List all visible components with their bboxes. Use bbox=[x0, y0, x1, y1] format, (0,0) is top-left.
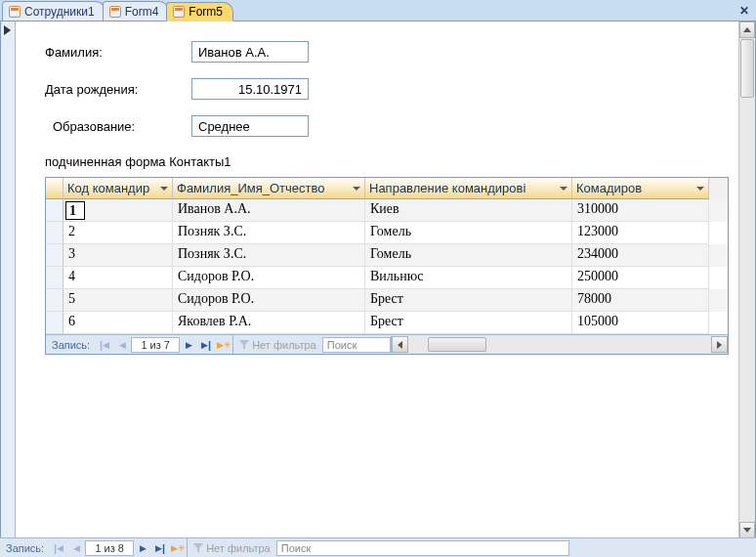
cell-destination[interactable]: Гомель bbox=[365, 222, 572, 244]
table-row[interactable]: 5Сидоров Р.О.Брест78000 bbox=[46, 289, 728, 312]
record-position[interactable]: 1 из 8 bbox=[85, 540, 134, 556]
nav-last-button[interactable]: ▶| bbox=[151, 539, 169, 557]
scroll-right-button[interactable] bbox=[711, 336, 728, 353]
dropdown-icon bbox=[560, 187, 567, 191]
cell-destination[interactable]: Брест bbox=[365, 312, 572, 334]
table-row[interactable]: 2Позняк З.С.Гомель123000 bbox=[46, 222, 728, 244]
form-icon bbox=[173, 6, 185, 18]
row-selector[interactable] bbox=[46, 312, 63, 334]
chevron-down-icon bbox=[743, 528, 751, 533]
scroll-thumb[interactable] bbox=[428, 337, 486, 352]
cell-destination[interactable]: Гомель bbox=[365, 244, 572, 267]
nav-prev-button[interactable]: ◀ bbox=[113, 336, 131, 354]
lastname-label: Фамилия: bbox=[45, 45, 191, 60]
chevron-right-icon bbox=[717, 341, 722, 349]
nav-next-button[interactable]: ▶ bbox=[180, 336, 197, 354]
cell-code[interactable]: 3 bbox=[63, 244, 173, 267]
nav-first-button[interactable]: |◀ bbox=[96, 336, 113, 354]
scroll-down-button[interactable] bbox=[739, 522, 755, 538]
cell-fio[interactable]: Сидоров Р.О. bbox=[173, 267, 365, 289]
active-cell[interactable]: 1 bbox=[65, 201, 85, 220]
cell-destination[interactable]: Брест bbox=[365, 289, 572, 312]
nav-new-button[interactable]: ▶✳ bbox=[215, 336, 232, 354]
cell-amount[interactable]: 234000 bbox=[572, 244, 709, 267]
row-selector[interactable] bbox=[46, 289, 63, 312]
tab-label: Сотрудники1 bbox=[24, 5, 95, 19]
field-lastname: Фамилия: Иванов А.А. bbox=[45, 41, 735, 63]
record-selector-bar[interactable] bbox=[1, 21, 16, 538]
funnel-icon bbox=[239, 340, 249, 350]
main-record-navigator: Запись: |◀ ◀ 1 из 8 ▶ ▶| ▶✳ Нет фильтра … bbox=[0, 537, 756, 557]
cell-code[interactable]: 5 bbox=[63, 289, 173, 312]
cell-destination[interactable]: Вильнюс bbox=[365, 267, 572, 289]
subform-record-navigator: Запись: |◀ ◀ 1 из 7 ▶ ▶| ▶✳ Нет фильтра … bbox=[46, 334, 728, 354]
row-selector[interactable] bbox=[46, 267, 63, 289]
table-row[interactable]: 3Позняк З.С.Гомель234000 bbox=[46, 244, 728, 267]
birthdate-input[interactable]: 15.10.1971 bbox=[191, 78, 309, 100]
cell-code[interactable]: 2 bbox=[63, 222, 173, 244]
row-selector[interactable] bbox=[46, 222, 63, 244]
cell-fio[interactable]: Сидоров Р.О. bbox=[173, 289, 365, 312]
education-label: Образование: bbox=[45, 119, 191, 134]
education-input[interactable]: Среднее bbox=[191, 115, 309, 137]
search-input[interactable]: Поиск bbox=[322, 337, 391, 353]
form-icon bbox=[109, 6, 121, 18]
row-selector[interactable] bbox=[46, 244, 63, 267]
nav-prev-button[interactable]: ◀ bbox=[67, 539, 85, 557]
horizontal-scrollbar[interactable] bbox=[391, 336, 728, 353]
chevron-up-icon bbox=[743, 27, 751, 32]
table-row[interactable]: 6Яковлев Р.А.Брест105000 bbox=[46, 312, 728, 334]
filter-status[interactable]: Нет фильтра bbox=[187, 538, 276, 557]
nav-new-button[interactable]: ▶✳ bbox=[169, 539, 187, 557]
cell-amount[interactable]: 78000 bbox=[572, 289, 709, 312]
cell-code[interactable]: 4 bbox=[63, 267, 173, 289]
tab-employees1[interactable]: Сотрудники1 bbox=[2, 1, 105, 21]
cell-code[interactable]: 6 bbox=[63, 312, 173, 334]
column-header-code[interactable]: Код командир bbox=[63, 178, 173, 199]
row-selector[interactable] bbox=[46, 199, 63, 222]
scroll-thumb[interactable] bbox=[740, 39, 754, 98]
search-input[interactable]: Поиск bbox=[276, 540, 569, 556]
field-birthdate: Дата рождения: 15.10.1971 bbox=[45, 78, 735, 100]
column-header-fio[interactable]: Фамилия_Имя_Отчество bbox=[173, 178, 365, 199]
column-header-destination[interactable]: Направление командирові bbox=[365, 178, 572, 199]
form-area: Фамилия: Иванов А.А. Дата рождения: 15.1… bbox=[0, 21, 756, 539]
current-record-marker-icon bbox=[4, 25, 11, 35]
scroll-up-button[interactable] bbox=[739, 21, 755, 38]
nav-next-button[interactable]: ▶ bbox=[134, 539, 151, 557]
dropdown-icon bbox=[353, 187, 360, 191]
nav-last-button[interactable]: ▶| bbox=[197, 336, 215, 354]
close-tab-button[interactable]: ✕ bbox=[736, 3, 752, 19]
tab-form4[interactable]: Form4 bbox=[103, 1, 170, 21]
chevron-left-icon bbox=[398, 341, 402, 349]
vertical-scrollbar[interactable] bbox=[738, 21, 755, 538]
tab-form5[interactable]: Form5 bbox=[166, 2, 233, 21]
form-icon bbox=[9, 6, 21, 18]
select-all-cell[interactable] bbox=[46, 178, 63, 199]
cell-fio[interactable]: Иванов А.А. bbox=[173, 199, 365, 222]
form-content: Фамилия: Иванов А.А. Дата рождения: 15.1… bbox=[16, 21, 755, 538]
filter-status[interactable]: Нет фильтра bbox=[232, 335, 322, 354]
cell-fio[interactable]: Яковлев Р.А. bbox=[173, 312, 365, 334]
cell-fio[interactable]: Позняк З.С. bbox=[173, 244, 365, 267]
column-header-amount[interactable]: Комадиров bbox=[572, 178, 709, 199]
cell-amount[interactable]: 250000 bbox=[572, 267, 709, 289]
record-position[interactable]: 1 из 7 bbox=[131, 337, 180, 353]
nav-first-button[interactable]: |◀ bbox=[50, 539, 67, 557]
tab-label: Form5 bbox=[189, 5, 223, 19]
cell-amount[interactable]: 105000 bbox=[572, 312, 709, 334]
cell-destination[interactable]: Киев bbox=[365, 199, 572, 222]
cell-amount[interactable]: 123000 bbox=[572, 222, 709, 244]
scroll-left-button[interactable] bbox=[392, 336, 408, 353]
dropdown-icon bbox=[696, 187, 704, 191]
table-row[interactable]: 4Сидоров Р.О.Вильнюс250000 bbox=[46, 267, 728, 289]
birthdate-label: Дата рождения: bbox=[45, 82, 191, 97]
field-education: Образование: Среднее bbox=[45, 115, 735, 137]
subform-contacts: Код командир Фамилия_Имя_Отчество Направ… bbox=[45, 177, 729, 355]
cell-amount[interactable]: 310000 bbox=[572, 199, 709, 222]
cell-fio[interactable]: Позняк З.С. bbox=[173, 222, 365, 244]
lastname-input[interactable]: Иванов А.А. bbox=[191, 41, 309, 63]
table-row[interactable]: Иванов А.А.Киев310000 bbox=[46, 199, 728, 222]
subform-caption: подчиненная форма Контакты1 bbox=[45, 154, 735, 169]
grid-body: 1 Иванов А.А.Киев3100002Позняк З.С.Гомел… bbox=[46, 199, 728, 334]
